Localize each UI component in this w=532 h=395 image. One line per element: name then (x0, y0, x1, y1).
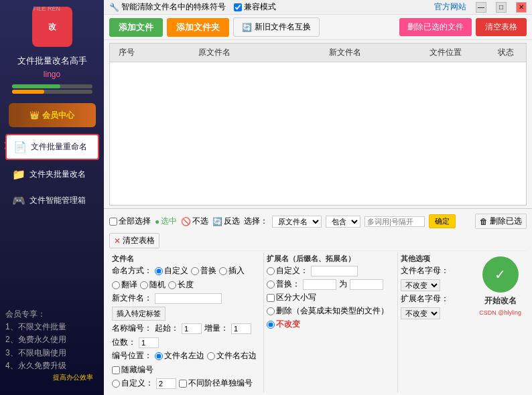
sidebar-item-manage[interactable]: 🎮 文件智能管理箱 (5, 189, 99, 212)
keyword-input[interactable] (364, 216, 425, 227)
minimize-button[interactable]: — (476, 2, 486, 13)
vip-benefit-3: 3、不限电脑使用 (5, 347, 98, 360)
radio-insert[interactable] (219, 267, 227, 275)
deselect-label[interactable]: 🚫 不选 (181, 216, 208, 227)
new-name-label: 新文件名： (112, 293, 152, 304)
radio-pos-custom[interactable] (112, 380, 120, 388)
exchange-icon: 🔄 (242, 23, 252, 32)
radio-translate[interactable] (112, 281, 120, 289)
compat-checkbox[interactable] (234, 3, 242, 11)
vip-icon: 👑 (29, 110, 40, 120)
case-checkbox[interactable] (267, 294, 275, 302)
radio-pos-right[interactable] (207, 352, 215, 360)
checkbox-diff-line[interactable] (179, 380, 187, 388)
pos-left-label[interactable]: 文件名左边 (155, 350, 204, 362)
checkbox-random[interactable] (112, 366, 120, 374)
ext-delete-row: 删除（会莫成未知类型的文件） (267, 305, 395, 317)
start-button[interactable]: ✓ (482, 256, 519, 293)
vip-center[interactable]: 👑 会员中心 (9, 103, 96, 127)
clear-table-btn2[interactable]: ✕ 清空表格 (109, 233, 159, 248)
radio-replace[interactable] (191, 267, 199, 275)
mode-custom[interactable]: 自定义 (155, 265, 188, 276)
vip-benefit-2: 2、免费永久使用 (5, 333, 98, 346)
ext-nochange-row: 不改变 (267, 319, 395, 330)
radio-random[interactable] (140, 281, 148, 289)
ext-nochange-radio[interactable]: 不改变 (267, 319, 300, 330)
filename-char-select[interactable]: 不改变 (401, 279, 440, 291)
ext-char-row: 扩展名字母： 不改变 (401, 293, 476, 319)
vip-benefit-1: 1、不限文件批量 (5, 321, 98, 333)
radio-pos-left[interactable] (155, 352, 163, 360)
wrench-icon: 🔧 (109, 3, 119, 12)
ext-custom-radio[interactable]: 自定义： (267, 265, 308, 276)
file-table: 序号 原文件名 新文件名 文件位置 状态 (109, 43, 527, 206)
compat-mode-item[interactable]: 兼容模式 (234, 1, 276, 13)
step-input[interactable]: 1 (231, 323, 251, 334)
radio-ext-nochange[interactable] (267, 321, 275, 329)
confirm-button[interactable]: 确定 (429, 214, 456, 228)
folder-label: 文件夹批量改名 (29, 169, 86, 180)
new-name-input[interactable] (155, 293, 222, 304)
select-all-checkbox[interactable] (109, 218, 117, 226)
rename-label: 文件批量重命名 (31, 141, 87, 153)
extension-col: 扩展名（后缀名、拓展名） 自定义： 普换： 为 区分大小写 (263, 252, 397, 392)
main-content: 🔧 智能清除文件名中的特殊符号 兼容模式 官方网站 — □ ✕ 添加文件 添加文… (104, 0, 532, 395)
naming-mode-label: 命名方式： (112, 265, 152, 276)
radio-custom[interactable] (155, 267, 163, 275)
ext-case-label[interactable]: 区分大小写 (267, 292, 316, 303)
radio-ext-delete[interactable] (267, 307, 275, 315)
pos-custom-label[interactable]: 自定义： (112, 378, 153, 389)
mode-random[interactable]: 随机 (140, 279, 165, 291)
radio-ext-custom[interactable] (267, 267, 275, 275)
add-file-button[interactable]: 添加文件 (109, 18, 163, 37)
mode-insert[interactable]: 插入 (219, 265, 245, 276)
filename-char-label: 文件名字母： (401, 265, 449, 276)
table-body (110, 62, 526, 206)
mode-replace[interactable]: 普换 (191, 265, 216, 276)
app-logo: 改 (32, 7, 72, 47)
csdn-label: CSDN @hlyling (479, 309, 521, 316)
ext-custom-input[interactable] (311, 266, 358, 276)
exchange-button[interactable]: 🔄 新旧文件名互换 (233, 17, 320, 37)
vip-benefit-4: 4、永久免费升级 (5, 360, 98, 372)
rename-icon: 📄 (13, 141, 27, 153)
ext-delete-radio[interactable]: 删除（会莫成未知类型的文件） (267, 305, 389, 317)
select-all-label[interactable]: 全部选择 (109, 216, 151, 227)
start-area: ✓ 开始改名 CSDN @hlyling (476, 254, 524, 319)
insert-tag-button[interactable]: 插入特定标签 (112, 307, 165, 321)
filter-select[interactable]: 原文件名 (272, 216, 322, 228)
mode-length[interactable]: 长度 (168, 279, 194, 291)
ext-replace-from-input[interactable] (303, 279, 336, 290)
pos-random-label[interactable]: 随藏编号 (112, 364, 153, 376)
sidebar-item-rename[interactable]: 📄 文件批量重命名 (5, 134, 99, 160)
select-check-label[interactable]: ● 选中 (155, 216, 177, 227)
naming-mode-row: 命名方式： 自定义 普换 插入 翻译 随机 长度 (112, 265, 261, 291)
start-input[interactable]: 1 (182, 323, 202, 334)
radio-length[interactable] (168, 281, 176, 289)
manage-icon: 🎮 (12, 194, 25, 207)
col-original: 原文件名 (143, 46, 285, 60)
pos-custom-input[interactable]: 2 (156, 378, 176, 389)
del-done-button[interactable]: 🗑 删除已选 (475, 214, 527, 229)
contain-select[interactable]: 包含 (326, 216, 360, 228)
pos-right-label[interactable]: 文件名右边 (207, 350, 257, 362)
add-folder-button[interactable]: 添加文件夹 (167, 18, 229, 37)
digits-input[interactable]: 1 (139, 337, 159, 348)
clear-table-button[interactable]: 清空表格 (476, 18, 527, 36)
start-label: 起始： (155, 323, 179, 334)
ext-replace-to-input[interactable] (350, 279, 383, 290)
close-button[interactable]: ✕ (516, 2, 527, 13)
diff-line-label[interactable]: 不同阶径单独编号 (179, 378, 253, 389)
sidebar-item-folder[interactable]: 📁 文件夹批量改名 (5, 163, 99, 186)
ext-char-select[interactable]: 不改变 (401, 307, 440, 319)
ext-replace-radio[interactable]: 普换： (267, 279, 300, 290)
maximize-button[interactable]: □ (496, 2, 507, 13)
mode-translate[interactable]: 翻译 (112, 279, 137, 291)
invert-label[interactable]: 🔄 反选 (212, 216, 240, 227)
official-site-link[interactable]: 官方网站 (434, 1, 466, 13)
step-label: 增量： (204, 323, 228, 334)
delete-done-button[interactable]: 删除已选的文件 (399, 18, 472, 36)
sidebar-bottom: 会员专享： 1、不限文件批量 2、免费永久使用 3、不限电脑使用 4、永久免费升… (0, 303, 104, 388)
topbar: 🔧 智能清除文件名中的特殊符号 兼容模式 官方网站 — □ ✕ (104, 0, 532, 15)
radio-ext-replace[interactable] (267, 281, 275, 289)
